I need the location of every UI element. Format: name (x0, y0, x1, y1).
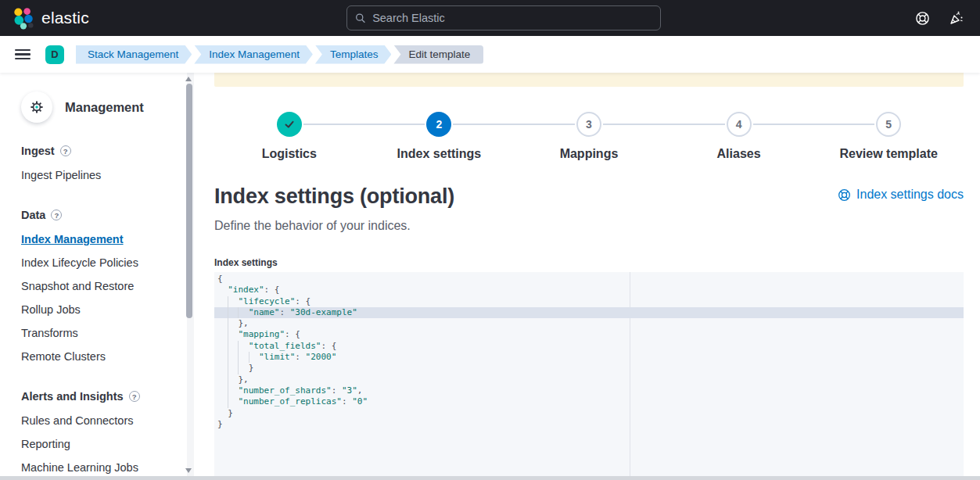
sidebar-section-data: Data?Index ManagementIndex Lifecycle Pol… (21, 209, 175, 368)
breadcrumb-item-templates[interactable]: Templates (315, 45, 392, 64)
wizard-step-review-template[interactable]: 5Review template (813, 112, 964, 161)
breadcrumb-item-stack-management[interactable]: Stack Management (76, 45, 192, 64)
main-content: Logistics2Index settings3Mappings4Aliase… (196, 73, 980, 480)
global-search[interactable] (346, 5, 661, 30)
sidebar-section-alerts-and-insights: Alerts and Insights?Rules and Connectors… (21, 390, 175, 479)
index-settings-label: Index settings (214, 257, 964, 268)
sidebar-item-transforms[interactable]: Transforms (21, 321, 175, 345)
step-number: 5 (876, 112, 901, 137)
step-label: Logistics (262, 147, 317, 161)
sidebar-item-reporting[interactable]: Reporting (21, 432, 175, 456)
sidebar-item-ingest-pipelines[interactable]: Ingest Pipelines (21, 163, 175, 187)
wizard-step-index-settings[interactable]: 2Index settings (364, 112, 515, 161)
code-line: "limit": "2000" (214, 352, 964, 363)
step-label: Mappings (560, 147, 619, 161)
horizontal-scrollbar[interactable] (0, 476, 980, 480)
newsfeed-button[interactable] (949, 10, 964, 26)
code-line: "index": { (214, 285, 964, 296)
management-sidebar: Management Ingest?Ingest PipelinesData?I… (0, 73, 196, 480)
code-line: { (214, 274, 964, 285)
sidebar-title: Management (65, 100, 144, 115)
code-line: }, (214, 318, 964, 329)
index-settings-docs-link[interactable]: Index settings docs (838, 188, 964, 202)
code-line: "mapping": { (214, 329, 964, 340)
section-help-icon[interactable]: ? (129, 391, 140, 402)
step-number: 3 (576, 112, 601, 137)
sidebar-section-ingest: Ingest?Ingest Pipelines (21, 145, 175, 187)
docs-link-label: Index settings docs (856, 188, 964, 202)
breadcrumb-item-edit-template: Edit template (393, 45, 483, 64)
step-check-icon (277, 112, 302, 137)
sidebar-scrollbar-thumb[interactable] (186, 84, 192, 318)
wizard-steps: Logistics2Index settings3Mappings4Aliase… (214, 112, 964, 161)
code-line: "lifecycle": { (214, 296, 964, 307)
sidebar-section-heading: Data? (21, 209, 175, 221)
sidebar-item-remote-clusters[interactable]: Remote Clusters (21, 345, 175, 368)
breadcrumb-item-index-management[interactable]: Index Management (194, 45, 313, 64)
sidebar-item-index-management[interactable]: Index Management (21, 227, 175, 251)
code-line: "total_fields": { (214, 341, 964, 352)
code-line: }, (214, 374, 964, 385)
sidebar-section-heading: Alerts and Insights? (21, 390, 175, 403)
sidebar-item-snapshot-and-restore[interactable]: Snapshot and Restore (21, 274, 175, 298)
section-heading-label: Alerts and Insights (21, 390, 124, 403)
elastic-logo-icon (11, 6, 34, 30)
gear-icon (29, 99, 45, 115)
sidebar-header: Management (21, 91, 175, 123)
wizard-step-aliases[interactable]: 4Aliases (664, 112, 814, 161)
elastic-logo[interactable]: elastic (0, 6, 89, 30)
section-help-icon[interactable]: ? (60, 145, 71, 156)
help-icon (915, 11, 930, 26)
code-line: } (214, 419, 964, 430)
brand-name: elastic (41, 9, 89, 27)
top-header: elastic (0, 0, 980, 36)
search-input[interactable] (372, 12, 652, 24)
code-line: "number_of_shards": "3", (214, 385, 964, 396)
step-label: Index settings (397, 147, 482, 161)
sidebar-item-rules-and-connectors[interactable]: Rules and Connectors (21, 409, 175, 432)
scroll-down-arrow-icon[interactable] (185, 468, 192, 473)
page-subtitle: Define the behavior of your indices. (214, 219, 964, 233)
index-settings-code-editor[interactable]: {"index": {"lifecycle": {"name": "30d-ex… (214, 272, 964, 480)
sidebar-item-rollup-jobs[interactable]: Rollup Jobs (21, 298, 175, 321)
step-label: Aliases (717, 147, 761, 161)
section-heading-label: Data (21, 209, 45, 221)
scroll-up-arrow-icon[interactable] (185, 77, 192, 81)
help-menu-button[interactable] (915, 11, 930, 26)
breadcrumb-bar: D Stack ManagementIndex ManagementTempla… (0, 36, 980, 73)
code-line-active: "name": "30d-example" (214, 307, 964, 318)
code-line: "number_of_replicas": "0" (214, 396, 964, 407)
sidebar-item-index-lifecycle-policies[interactable]: Index Lifecycle Policies (21, 251, 175, 274)
breadcrumb: Stack ManagementIndex ManagementTemplate… (76, 45, 483, 64)
step-label: Review template (839, 147, 937, 161)
party-popper-icon (949, 10, 964, 26)
docs-help-icon (838, 188, 851, 202)
section-heading-label: Ingest (21, 145, 55, 157)
wizard-step-mappings[interactable]: 3Mappings (514, 112, 664, 161)
code-line: } (214, 408, 964, 419)
sidebar-scrollbar[interactable] (187, 73, 194, 480)
management-avatar (21, 91, 52, 123)
wizard-step-logistics[interactable]: Logistics (214, 112, 364, 161)
section-help-icon[interactable]: ? (51, 210, 62, 220)
trial-banner (214, 73, 964, 87)
menu-icon[interactable] (15, 49, 31, 60)
space-avatar[interactable]: D (45, 45, 64, 64)
search-icon (355, 13, 366, 24)
step-number: 2 (426, 112, 451, 137)
sidebar-section-heading: Ingest? (21, 145, 175, 157)
page-title: Index settings (optional) (214, 184, 454, 209)
code-line: } (214, 363, 964, 374)
step-number: 4 (727, 112, 752, 137)
